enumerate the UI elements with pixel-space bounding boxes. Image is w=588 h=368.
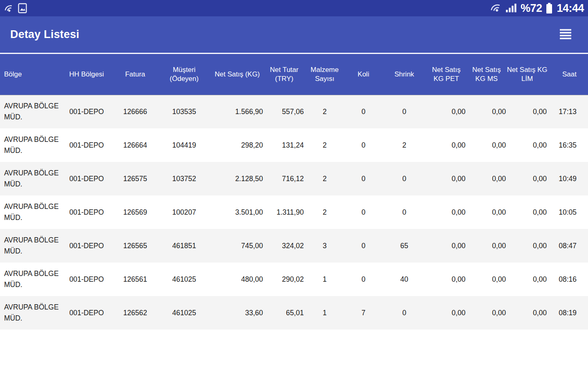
table-cell: 745,00 bbox=[211, 229, 264, 263]
table-cell: 2 bbox=[305, 128, 345, 162]
table-cell: 0,00 bbox=[426, 296, 466, 330]
column-header-2: HH Bölgesi bbox=[60, 54, 113, 95]
table-cell: 104419 bbox=[158, 128, 211, 162]
table-cell: 16:35 bbox=[548, 128, 588, 162]
table-cell: 0 bbox=[345, 95, 382, 128]
table-cell: 0 bbox=[382, 296, 426, 330]
table-cell: 0 bbox=[345, 229, 382, 263]
table-cell: 1 bbox=[305, 263, 345, 296]
status-bar-indicators: %72 14:44 bbox=[490, 0, 584, 16]
table-cell: 2.128,50 bbox=[211, 162, 264, 195]
table-cell: 126562 bbox=[113, 296, 158, 330]
table-cell: 001-DEPO bbox=[60, 162, 113, 195]
menu-icon[interactable] bbox=[558, 27, 573, 43]
status-bar: %72 14:44 bbox=[0, 0, 588, 16]
table-cell: 1 bbox=[305, 296, 345, 330]
battery-percent: %72 bbox=[521, 0, 542, 16]
table-cell: 0,00 bbox=[426, 195, 466, 229]
column-header-10: Net Satış KG PET bbox=[426, 54, 466, 95]
table-cell: 0 bbox=[382, 162, 426, 195]
table-cell: 126569 bbox=[113, 195, 158, 229]
table-cell: 001-DEPO bbox=[60, 296, 113, 330]
table-cell: 001-DEPO bbox=[60, 263, 113, 296]
table-cell: 461851 bbox=[158, 229, 211, 263]
table-cell: 2 bbox=[382, 128, 426, 162]
table-row[interactable]: AVRUPA BÖLGE MÜD.001-DEPO1265751037522.1… bbox=[0, 162, 588, 195]
table-cell: 65,01 bbox=[264, 296, 305, 330]
detail-table: BölgeHH BölgesiFaturaMüşteri (Ödeyen)Net… bbox=[0, 54, 588, 330]
table-cell: 0,00 bbox=[507, 296, 548, 330]
table-cell: 0,00 bbox=[507, 128, 548, 162]
table-row[interactable]: AVRUPA BÖLGE MÜD.001-DEPO126664104419298… bbox=[0, 128, 588, 162]
table-cell: 2 bbox=[305, 95, 345, 128]
table-row[interactable]: AVRUPA BÖLGE MÜD.001-DEPO126565461851745… bbox=[0, 229, 588, 263]
table-cell: AVRUPA BÖLGE MÜD. bbox=[0, 263, 60, 296]
table-cell: 08:19 bbox=[548, 296, 588, 330]
table-cell: AVRUPA BÖLGE MÜD. bbox=[0, 229, 60, 263]
table-cell: 3.501,00 bbox=[211, 195, 264, 229]
table-cell: 0,00 bbox=[466, 195, 507, 229]
table-cell: 126561 bbox=[113, 263, 158, 296]
table-cell: 0,00 bbox=[466, 162, 507, 195]
table-cell: 2 bbox=[305, 195, 345, 229]
signal-strength-icon bbox=[506, 3, 517, 13]
clock: 14:44 bbox=[557, 0, 584, 16]
table-cell: 0,00 bbox=[426, 263, 466, 296]
table-cell: 001-DEPO bbox=[60, 229, 113, 263]
table-cell: 103752 bbox=[158, 162, 211, 195]
table-cell: 103535 bbox=[158, 95, 211, 128]
table-cell: 17:13 bbox=[548, 95, 588, 128]
column-header-7: Malzeme Sayısı bbox=[305, 54, 345, 95]
table-cell: 461025 bbox=[158, 263, 211, 296]
table-cell: 0,00 bbox=[426, 128, 466, 162]
column-header-1: Bölge bbox=[0, 54, 60, 95]
table-cell: 0,00 bbox=[466, 263, 507, 296]
table-cell: 0 bbox=[382, 195, 426, 229]
table-row[interactable]: AVRUPA BÖLGE MÜD.001-DEPO1265691002073.5… bbox=[0, 195, 588, 229]
table-cell: 0 bbox=[345, 128, 382, 162]
table-row[interactable]: AVRUPA BÖLGE MÜD.001-DEPO126561461025480… bbox=[0, 263, 588, 296]
column-header-4: Müşteri (Ödeyen) bbox=[158, 54, 211, 95]
table-cell: 126565 bbox=[113, 229, 158, 263]
table-cell: 10:05 bbox=[548, 195, 588, 229]
table-cell: AVRUPA BÖLGE MÜD. bbox=[0, 296, 60, 330]
table-cell: 40 bbox=[382, 263, 426, 296]
table-cell: 126666 bbox=[113, 95, 158, 128]
table-cell: 2 bbox=[305, 162, 345, 195]
battery-icon bbox=[546, 2, 553, 14]
table-cell: 65 bbox=[382, 229, 426, 263]
table-cell: 3 bbox=[305, 229, 345, 263]
table-cell: 0 bbox=[345, 195, 382, 229]
table-cell: 0,00 bbox=[507, 195, 548, 229]
table-cell: 0,00 bbox=[507, 162, 548, 195]
table-row[interactable]: AVRUPA BÖLGE MÜD.001-DEPO1266661035351.5… bbox=[0, 95, 588, 128]
table-cell: 0,00 bbox=[426, 162, 466, 195]
table-cell: AVRUPA BÖLGE MÜD. bbox=[0, 95, 60, 128]
table-cell: 0,00 bbox=[466, 296, 507, 330]
table-cell: AVRUPA BÖLGE MÜD. bbox=[0, 162, 60, 195]
table-cell: 0,00 bbox=[507, 229, 548, 263]
table-cell: 0 bbox=[382, 95, 426, 128]
table-cell: 08:47 bbox=[548, 229, 588, 263]
screenshot-notification-icon bbox=[18, 3, 27, 13]
table-cell: 0,00 bbox=[507, 263, 548, 296]
table-cell: 33,60 bbox=[211, 296, 264, 330]
column-header-13: Saat bbox=[548, 54, 588, 95]
table-cell: 7 bbox=[345, 296, 382, 330]
column-header-6: Net Tutar (TRY) bbox=[264, 54, 305, 95]
table-cell: 290,02 bbox=[264, 263, 305, 296]
table-body: AVRUPA BÖLGE MÜD.001-DEPO1266661035351.5… bbox=[0, 95, 588, 330]
table-cell: AVRUPA BÖLGE MÜD. bbox=[0, 195, 60, 229]
table-cell: 716,12 bbox=[264, 162, 305, 195]
table-cell: 461025 bbox=[158, 296, 211, 330]
menu-lines-icon bbox=[559, 29, 572, 40]
table-cell: 001-DEPO bbox=[60, 195, 113, 229]
column-header-9: Shrink bbox=[382, 54, 426, 95]
table-cell: 298,20 bbox=[211, 128, 264, 162]
column-header-11: Net Satış KG MS bbox=[466, 54, 507, 95]
table-cell: 131,24 bbox=[264, 128, 305, 162]
table-cell: AVRUPA BÖLGE MÜD. bbox=[0, 128, 60, 162]
table-cell: 0,00 bbox=[466, 128, 507, 162]
table-cell: 557,06 bbox=[264, 95, 305, 128]
table-row[interactable]: AVRUPA BÖLGE MÜD.001-DEPO12656246102533,… bbox=[0, 296, 588, 330]
